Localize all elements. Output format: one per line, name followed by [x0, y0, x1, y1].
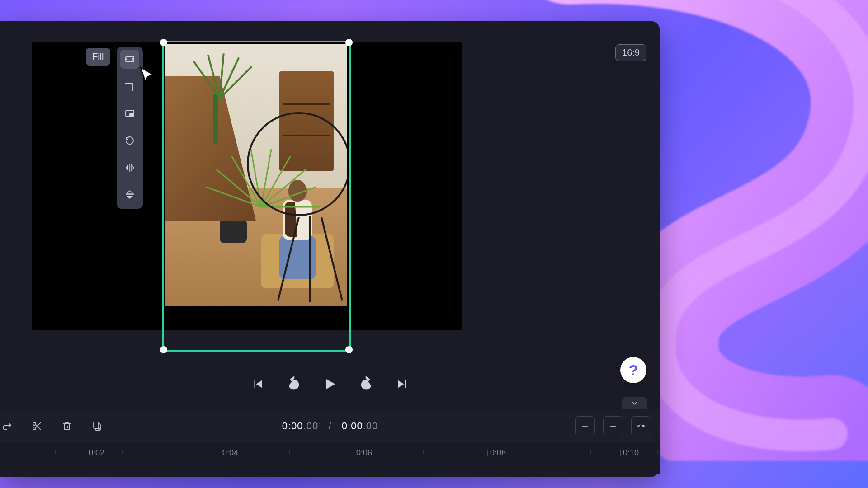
- skip-back-button[interactable]: 5: [285, 375, 303, 393]
- video-editor-window: Fill: [0, 21, 660, 477]
- timeline-ruler[interactable]: 0:020:040:060:080:10: [0, 442, 660, 474]
- skip-back-icon: 5: [286, 376, 302, 392]
- skip-start-icon: [251, 377, 264, 391]
- fill-tooltip: Fill: [86, 48, 110, 66]
- ruler-tick: 0:10: [623, 448, 639, 458]
- resize-handle-bl[interactable]: [160, 346, 167, 353]
- ruler-minor-tick: [490, 450, 491, 454]
- crop-button[interactable]: [120, 77, 139, 96]
- duplicate-button[interactable]: [87, 416, 107, 436]
- floating-toolbar: [117, 47, 143, 209]
- scissors-icon: [32, 421, 42, 432]
- total-time-fraction: .00: [363, 420, 378, 432]
- collapse-timeline-button[interactable]: [622, 397, 647, 409]
- ruler-minor-tick: [457, 450, 457, 454]
- current-time-fraction: .00: [303, 420, 319, 432]
- ruler-minor-tick: [289, 450, 290, 454]
- ruler-minor-tick: [557, 450, 557, 454]
- redo-icon: [2, 421, 13, 432]
- minus-icon: [609, 422, 618, 431]
- pip-button[interactable]: [120, 104, 139, 123]
- duplicate-icon: [91, 421, 102, 432]
- ruler-minor-tick: [222, 450, 223, 454]
- resize-handle-tl[interactable]: [160, 39, 167, 46]
- ruler-minor-tick: [89, 450, 89, 454]
- ruler-tick: 0:04: [222, 448, 238, 458]
- time-display: 0:00.00 / 0:00.00: [282, 420, 378, 432]
- time-separator: /: [328, 420, 331, 432]
- transport-controls: 5 5: [0, 375, 660, 393]
- split-button[interactable]: [27, 416, 47, 436]
- ruler-minor-tick: [323, 450, 323, 454]
- timeline-toolbar: 0:00.00 / 0:00.00: [0, 410, 660, 442]
- aspect-ratio-button[interactable]: 16:9: [615, 44, 646, 61]
- pip-icon: [124, 108, 135, 119]
- collapse-arrows-icon: [637, 422, 646, 431]
- clip-selection-box[interactable]: [162, 41, 351, 352]
- svg-text:5: 5: [365, 383, 368, 388]
- svg-text:5: 5: [292, 383, 295, 388]
- plus-icon: [580, 422, 590, 431]
- fit-fill-button[interactable]: [120, 50, 139, 69]
- flip-horizontal-icon: [124, 162, 135, 173]
- current-time: 0:00: [282, 420, 303, 432]
- flip-vertical-button[interactable]: [120, 185, 139, 204]
- redo-button[interactable]: [0, 416, 17, 436]
- ruler-minor-tick: [22, 450, 22, 454]
- play-icon: [322, 376, 338, 392]
- ruler-minor-tick: [657, 450, 658, 454]
- svg-rect-2: [130, 113, 133, 116]
- ruler-minor-tick: [423, 450, 424, 454]
- ruler-minor-tick: [390, 450, 390, 454]
- ruler-minor-tick: [156, 450, 156, 454]
- ruler-minor-tick: [624, 450, 624, 454]
- ruler-minor-tick: [590, 450, 591, 454]
- ruler-minor-tick: [189, 450, 189, 454]
- go-to-start-button[interactable]: [249, 375, 267, 393]
- ruler-minor-tick: [122, 450, 123, 454]
- skip-forward-button[interactable]: 5: [357, 375, 375, 393]
- total-time: 0:00: [342, 420, 363, 432]
- fit-timeline-button[interactable]: [631, 416, 651, 436]
- ruler-tick: 0:02: [89, 448, 104, 458]
- resize-handle-br[interactable]: [345, 346, 353, 353]
- go-to-end-button[interactable]: [393, 375, 411, 393]
- ruler-tick: 0:06: [356, 448, 372, 458]
- trash-icon: [61, 421, 72, 432]
- play-button[interactable]: [321, 375, 339, 393]
- selected-media[interactable]: [165, 44, 347, 306]
- ruler-minor-tick: [55, 450, 56, 454]
- crop-icon: [124, 81, 135, 92]
- ruler-minor-tick: [256, 450, 256, 454]
- resize-handle-tr[interactable]: [345, 39, 353, 46]
- chevron-down-icon: [630, 399, 639, 408]
- ruler-tick: 0:08: [490, 448, 506, 458]
- zoom-out-button[interactable]: [603, 416, 623, 436]
- flip-vertical-icon: [124, 189, 135, 200]
- fit-fill-icon: [124, 54, 135, 65]
- skip-end-icon: [396, 377, 409, 391]
- flip-horizontal-button[interactable]: [120, 158, 139, 177]
- ruler-minor-tick: [356, 450, 357, 454]
- delete-button[interactable]: [57, 416, 77, 436]
- svg-rect-7: [94, 422, 99, 428]
- rotate-icon: [124, 135, 135, 146]
- skip-forward-icon: 5: [359, 376, 374, 392]
- ruler-minor-tick: [524, 450, 524, 454]
- rotate-button[interactable]: [120, 131, 139, 150]
- zoom-in-button[interactable]: [575, 416, 595, 436]
